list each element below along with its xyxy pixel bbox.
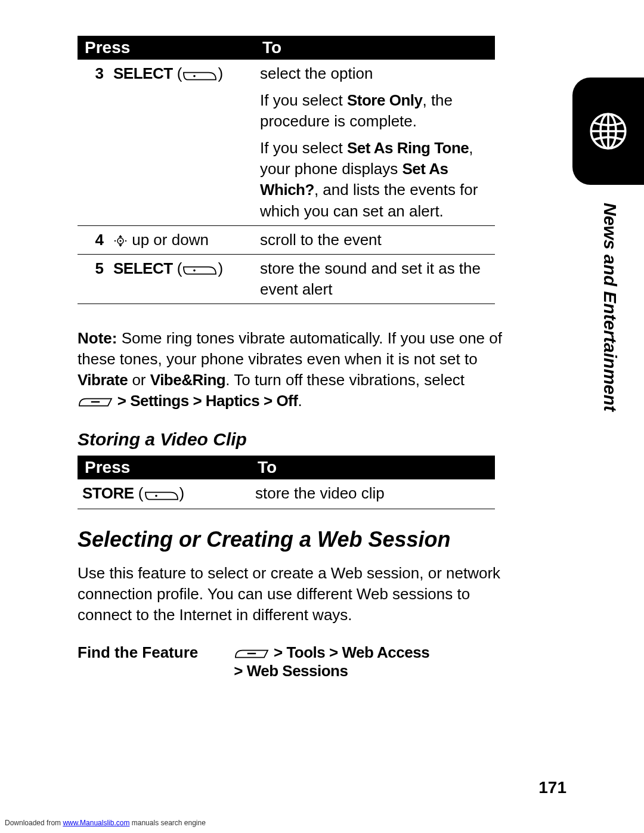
- steps-table-2: Press To STORE () store the video clip: [78, 456, 495, 509]
- find-the-feature: Find the Feature > Tools > Web Access > …: [78, 643, 566, 680]
- th-press: Press: [78, 36, 255, 60]
- page-number: 171: [538, 778, 566, 797]
- key-label: SELECT: [113, 259, 173, 277]
- svg-point-6: [120, 240, 122, 241]
- menu-key-icon: [78, 392, 113, 410]
- step-to: select the option If you select Store On…: [255, 60, 495, 225]
- right-softkey-icon: [144, 484, 179, 505]
- section-paragraph: Use this feature to select or create a W…: [78, 563, 504, 625]
- svg-point-4: [194, 75, 196, 78]
- manualslib-link[interactable]: www.Manualslib.com: [63, 819, 129, 827]
- step-num: 3: [78, 60, 109, 225]
- th-to: To: [255, 36, 495, 60]
- find-feature-label: Find the Feature: [78, 643, 198, 680]
- th-press: Press: [78, 456, 250, 479]
- step-num: 5: [78, 254, 109, 304]
- th-to: To: [250, 456, 495, 479]
- key-label: SELECT: [113, 64, 173, 82]
- step-to: store the sound and set it as the event …: [255, 254, 495, 304]
- svg-point-9: [194, 270, 196, 272]
- subheading-storing-video: Storing a Video Clip: [78, 429, 566, 450]
- key-label: STORE: [82, 484, 134, 502]
- globe-icon: [587, 110, 630, 153]
- menu-key-icon: [234, 643, 270, 661]
- side-chapter-label: News and Entertainment: [600, 203, 620, 411]
- right-softkey-icon: [182, 64, 218, 85]
- download-footer: Downloaded from www.Manualslib.com manua…: [5, 819, 206, 827]
- note-paragraph: Note: Some ring tones vibrate automatica…: [78, 328, 504, 411]
- step-to: store the video clip: [250, 479, 495, 509]
- section-heading-web-session: Selecting or Creating a Web Session: [78, 527, 566, 552]
- svg-point-7: [114, 240, 116, 241]
- note-label: Note:: [78, 329, 117, 347]
- find-feature-path: > Tools > Web Access > Web Sessions: [234, 643, 429, 680]
- step-num: 4: [78, 225, 109, 254]
- nav-key-icon: [113, 231, 128, 249]
- svg-point-11: [155, 495, 157, 497]
- step-press: up or down: [109, 225, 255, 254]
- steps-table-1: Press To 3 SELECT () select the option I…: [78, 36, 495, 304]
- step-press: SELECT (): [109, 60, 255, 225]
- step-to: scroll to the event: [255, 225, 495, 254]
- step-press: SELECT (): [109, 254, 255, 304]
- right-softkey-icon: [182, 259, 218, 280]
- side-tab-globe: [572, 78, 644, 185]
- step-press: STORE (): [78, 479, 250, 509]
- svg-point-8: [125, 240, 126, 241]
